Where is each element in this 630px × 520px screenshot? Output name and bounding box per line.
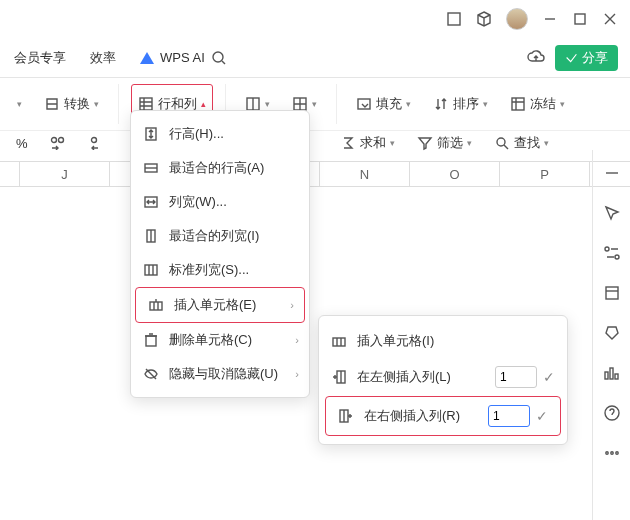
bestrow-icon	[143, 160, 159, 176]
dec-dec-button[interactable]	[84, 131, 114, 155]
share-label: 分享	[582, 49, 608, 67]
mi-best-row[interactable]: 最适合的行高(A)	[131, 151, 309, 185]
chart-icon[interactable]	[603, 364, 621, 382]
search-icon[interactable]	[211, 50, 227, 66]
rowheight-icon	[143, 126, 159, 142]
find-icon	[494, 135, 510, 151]
svg-rect-29	[333, 338, 345, 346]
chevron-right-icon: ›	[295, 368, 299, 380]
sm-insert-cell[interactable]: 插入单元格(I)	[319, 324, 567, 358]
svg-rect-26	[145, 265, 157, 275]
mi-insert-cell[interactable]: 插入单元格(E) ›	[135, 287, 305, 323]
dec-inc-button[interactable]	[44, 131, 74, 155]
svg-point-11	[497, 138, 505, 146]
minimize-icon[interactable]	[542, 11, 558, 27]
svg-point-10	[91, 138, 96, 143]
svg-point-18	[605, 406, 619, 420]
svg-point-8	[51, 138, 56, 143]
sort-button[interactable]: 排序▾	[426, 84, 495, 124]
wpsai-label: WPS AI	[160, 50, 205, 65]
svg-rect-17	[615, 374, 618, 379]
colwidth-icon	[143, 194, 159, 210]
sm-insert-left[interactable]: 在左侧插入列(L) ✓	[319, 358, 567, 396]
rows-cols-menu: 行高(H)... 最适合的行高(A) 列宽(W)... 最适合的列宽(I) 标准…	[130, 110, 310, 398]
insertcell-icon	[331, 333, 347, 349]
filter-button[interactable]: 筛选▾	[411, 131, 478, 155]
deletecell-icon	[143, 332, 159, 348]
col-o[interactable]: O	[410, 162, 500, 186]
mi-row-height[interactable]: 行高(H)...	[131, 117, 309, 151]
avatar[interactable]	[506, 8, 528, 30]
maximize-icon[interactable]	[572, 11, 588, 27]
find-button[interactable]: 查找▾	[488, 131, 555, 155]
ribbon-tabs: 会员专享 效率 WPS AI 分享	[0, 38, 630, 78]
percent-button[interactable]: %	[10, 131, 34, 155]
mi-delete-cell[interactable]: 删除单元格(C) ›	[131, 323, 309, 357]
column-headers: J N O P	[0, 161, 630, 187]
tool-icon[interactable]	[603, 324, 621, 342]
confirm-right-icon[interactable]: ✓	[536, 408, 548, 424]
settings-icon[interactable]	[603, 244, 621, 262]
svg-point-19	[605, 452, 607, 454]
sum-icon	[340, 135, 356, 151]
svg-rect-28	[146, 336, 156, 346]
toolbar: ▾ 转换▾ 行和列▴ ▾ ▾ 填充▾ 排序▾ 冻结▾	[0, 78, 630, 131]
svg-rect-27	[150, 302, 162, 310]
wps-ai[interactable]: WPS AI	[140, 50, 227, 66]
svg-point-13	[615, 255, 619, 259]
sm-insert-right[interactable]: 在右侧插入列(R) ✓	[325, 396, 561, 436]
titlebar	[0, 0, 630, 38]
share-button[interactable]: 分享	[555, 45, 618, 71]
svg-point-9	[58, 138, 63, 143]
close-icon[interactable]	[602, 11, 618, 27]
svg-point-21	[615, 452, 617, 454]
sheet-icon[interactable]	[603, 284, 621, 302]
window-square-icon[interactable]	[446, 11, 462, 27]
tab-member[interactable]: 会员专享	[14, 49, 66, 67]
sort-icon	[433, 96, 449, 112]
wpsai-logo-icon	[140, 52, 154, 64]
svg-rect-1	[575, 14, 585, 24]
svg-rect-7	[512, 98, 524, 110]
svg-point-20	[610, 452, 612, 454]
hide-icon	[143, 366, 159, 382]
ins-left-count[interactable]	[495, 366, 537, 388]
cursor-icon[interactable]	[603, 204, 621, 222]
separator	[118, 84, 119, 124]
dropdown-left[interactable]: ▾	[10, 84, 29, 124]
line-icon[interactable]	[603, 164, 621, 182]
ins-right-count[interactable]	[488, 405, 530, 427]
col-p[interactable]: P	[500, 162, 590, 186]
svg-rect-15	[605, 372, 608, 379]
convert-icon	[44, 96, 60, 112]
svg-rect-0	[448, 13, 460, 25]
more-icon[interactable]	[603, 444, 621, 462]
insleft-icon	[331, 369, 347, 385]
svg-point-2	[213, 52, 223, 62]
insert-cells-submenu: 插入单元格(I) 在左侧插入列(L) ✓ 在右侧插入列(R) ✓	[318, 315, 568, 445]
cube-icon[interactable]	[476, 11, 492, 27]
svg-rect-3	[140, 98, 152, 110]
help-icon[interactable]	[603, 404, 621, 422]
confirm-left-icon[interactable]: ✓	[543, 369, 555, 385]
sum-button[interactable]: 求和▾	[334, 131, 401, 155]
col-n[interactable]: N	[320, 162, 410, 186]
svg-rect-16	[610, 368, 613, 379]
cloud-upload-icon[interactable]	[527, 49, 545, 67]
separator	[336, 84, 337, 124]
mi-hide[interactable]: 隐藏与取消隐藏(U) ›	[131, 357, 309, 391]
freeze-button[interactable]: 冻结▾	[503, 84, 572, 124]
chevron-right-icon: ›	[290, 299, 294, 311]
insertcell-icon	[148, 297, 164, 313]
tab-efficiency[interactable]: 效率	[90, 49, 116, 67]
mi-best-col[interactable]: 最适合的列宽(I)	[131, 219, 309, 253]
convert-button[interactable]: 转换▾	[37, 84, 106, 124]
svg-rect-6	[358, 99, 370, 109]
fill-icon	[356, 96, 372, 112]
mi-std-width[interactable]: 标准列宽(S)...	[131, 253, 309, 287]
freeze-icon	[510, 96, 526, 112]
chevron-right-icon: ›	[295, 334, 299, 346]
mi-col-width[interactable]: 列宽(W)...	[131, 185, 309, 219]
fill-button[interactable]: 填充▾	[349, 84, 418, 124]
col-j[interactable]: J	[20, 162, 110, 186]
